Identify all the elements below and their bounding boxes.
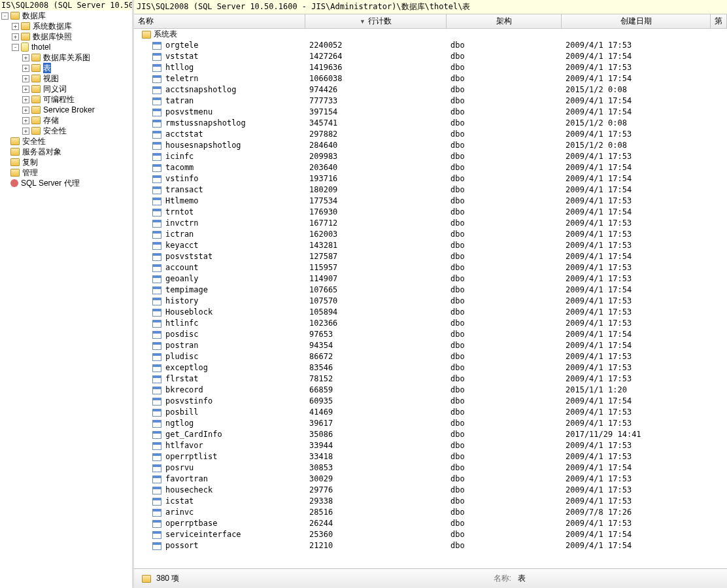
tree-node[interactable]: 服务器对象: [1, 147, 132, 157]
expand-icon[interactable]: +: [12, 33, 19, 41]
row-schema: dbo: [447, 251, 562, 262]
table-row[interactable]: ictran162003dbo2009/4/1 17:53: [134, 229, 727, 240]
table-row[interactable]: flrstat78152dbo2009/4/1 17:53: [134, 373, 727, 385]
tree-node[interactable]: 安全性: [1, 136, 132, 147]
table-row[interactable]: teletrn1066038dbo2009/4/1 17:54: [134, 73, 727, 84]
object-explorer-panel[interactable]: IS\SQL2008 (SQL Server 10.50.1600 - -数据库…: [0, 0, 134, 588]
row-schema: dbo: [447, 273, 562, 285]
table-row[interactable]: acctstat297882dbo2009/4/1 17:53: [134, 129, 727, 140]
table-row[interactable]: Houseblock105894dbo2009/4/1 17:53: [134, 307, 727, 318]
table-row[interactable]: geoanly114907dbo2009/4/1 17:53: [134, 273, 727, 285]
row-schema: dbo: [447, 51, 562, 62]
tree-node[interactable]: +存储: [1, 115, 132, 126]
table-row[interactable]: keyacct143281dbo2009/4/1 17:53: [134, 240, 727, 251]
table-name: flrstat: [165, 373, 199, 385]
expand-icon[interactable]: +: [22, 117, 29, 124]
row-schema: dbo: [447, 373, 562, 385]
table-row[interactable]: tempimage107665dbo2009/4/1 17:54: [134, 285, 727, 296]
table-row[interactable]: posvstinfo60935dbo2009/4/1 17:54: [134, 396, 727, 407]
column-header-created[interactable]: 创建日期: [562, 14, 711, 28]
table-row[interactable]: ngtlog39617dbo2009/4/1 17:53: [134, 418, 727, 429]
row-schema: dbo: [447, 340, 562, 351]
column-header-rowcount[interactable]: ▼行计数: [305, 14, 447, 28]
tree-node[interactable]: +系统数据库: [1, 21, 132, 31]
table-row[interactable]: htllog1419636dbo2009/4/1 17:53: [134, 62, 727, 73]
table-row[interactable]: account115957dbo2009/4/1 17:53: [134, 262, 727, 273]
table-row[interactable]: operrptbase26244dbo2009/4/1 17:53: [134, 518, 727, 529]
table-name: ngtlog: [165, 418, 194, 429]
table-row[interactable]: Htlmemo177534dbo2009/4/1 17:53: [134, 196, 727, 207]
table-row[interactable]: get_CardInfo35086dbo2017/11/29 14:41: [134, 429, 727, 440]
row-schema: dbo: [447, 529, 562, 540]
tree-node[interactable]: +可编程性: [1, 94, 132, 105]
table-row[interactable]: orgtele2240052dbo2009/4/1 17:53: [134, 40, 727, 51]
table-row[interactable]: posvstmenu397154dbo2009/4/1 17:54: [134, 107, 727, 118]
collapse-icon[interactable]: -: [1, 12, 8, 20]
column-header-extra[interactable]: 第: [711, 14, 727, 28]
expand-icon[interactable]: +: [22, 128, 29, 135]
tree-node[interactable]: +同义词: [1, 84, 132, 94]
table-row[interactable]: arinvc28516dbo2009/7/8 17:26: [134, 507, 727, 518]
folder-icon: [31, 85, 41, 93]
table-row[interactable]: exceptlog83546dbo2009/4/1 17:53: [134, 362, 727, 373]
tree-node[interactable]: -thotel: [1, 42, 132, 52]
table-row[interactable]: acctsnapshotlog974426dbo2015/1/2 0:08: [134, 84, 727, 95]
table-row[interactable]: housecheck29776dbo2009/4/1 17:53: [134, 485, 727, 496]
table-row[interactable]: vststat1427264dbo2009/4/1 17:54: [134, 51, 727, 62]
expand-icon[interactable]: +: [22, 107, 29, 114]
expand-icon[interactable]: +: [22, 75, 29, 82]
table-row[interactable]: posrvu30853dbo2009/4/1 17:54: [134, 462, 727, 474]
table-row[interactable]: history107570dbo2009/4/1 17:53: [134, 296, 727, 307]
table-row[interactable]: serviceinterface25360dbo2009/4/1 17:54: [134, 529, 727, 540]
row-count: 30853: [305, 462, 447, 474]
system-tables-group[interactable]: 系统表: [134, 29, 727, 40]
tree-node[interactable]: 复制: [1, 157, 132, 167]
table-row[interactable]: transact180209dbo2009/4/1 17:54: [134, 184, 727, 196]
row-count: 1419636: [305, 62, 447, 73]
column-header-schema[interactable]: 架构: [447, 14, 562, 28]
tree-node[interactable]: +Service Broker: [1, 105, 132, 115]
table-row[interactable]: icinfc209983dbo2009/4/1 17:53: [134, 151, 727, 162]
table-row[interactable]: pludisc86672dbo2009/4/1 17:53: [134, 351, 727, 362]
table-row[interactable]: vstinfo193716dbo2009/4/1 17:54: [134, 173, 727, 184]
tree-node[interactable]: SQL Server 代理: [1, 178, 132, 188]
row-schema: dbo: [447, 540, 562, 551]
tree-node[interactable]: +安全性: [1, 126, 132, 136]
row-date: 2009/4/1 17:53: [562, 351, 711, 362]
table-row[interactable]: favortran30029dbo2009/4/1 17:53: [134, 474, 727, 485]
table-row[interactable]: bkrecord66859dbo2015/1/1 1:20: [134, 385, 727, 396]
detail-list[interactable]: 系统表orgtele2240052dbo2009/4/1 17:53vststa…: [134, 29, 727, 568]
table-row[interactable]: rmstussnapshotlog345741dbo2015/1/2 0:08: [134, 118, 727, 129]
table-row[interactable]: htlfavor33944dbo2009/4/1 17:53: [134, 440, 727, 451]
expand-icon[interactable]: +: [22, 65, 29, 72]
table-row[interactable]: posdisc97653dbo2009/4/1 17:54: [134, 329, 727, 340]
table-row[interactable]: posbill41469dbo2009/4/1 17:53: [134, 407, 727, 418]
tree-node[interactable]: +视图: [1, 73, 132, 84]
expand-icon[interactable]: +: [12, 23, 19, 30]
table-row[interactable]: possort21210dbo2009/4/1 17:54: [134, 540, 727, 551]
expand-icon[interactable]: +: [22, 96, 29, 103]
table-row[interactable]: trntot176930dbo2009/4/1 17:54: [134, 207, 727, 218]
tree-node[interactable]: +数据库关系图: [1, 52, 132, 63]
column-header-name[interactable]: 名称: [134, 14, 305, 28]
tree-node[interactable]: +数据库快照: [1, 31, 132, 42]
tree-node[interactable]: -数据库: [1, 10, 132, 21]
object-explorer-tree[interactable]: -数据库+系统数据库+数据库快照-thotel+数据库关系图+表+视图+同义词+…: [0, 10, 132, 188]
table-row[interactable]: icstat29338dbo2009/4/1 17:53: [134, 496, 727, 507]
table-row[interactable]: posvststat127587dbo2009/4/1 17:54: [134, 251, 727, 262]
table-row[interactable]: htlinfc102366dbo2009/4/1 17:53: [134, 318, 727, 329]
table-row[interactable]: tacomm203640dbo2009/4/1 17:54: [134, 162, 727, 173]
row-date: 2009/4/1 17:54: [562, 462, 711, 474]
folder-icon: [31, 116, 41, 124]
tree-node[interactable]: +表: [1, 63, 132, 73]
table-row[interactable]: tatran777733dbo2009/4/1 17:54: [134, 95, 727, 107]
expand-icon[interactable]: +: [22, 54, 29, 61]
table-row[interactable]: housesnapshotlog284640dbo2015/1/2 0:08: [134, 140, 727, 151]
row-date: 2009/4/1 17:54: [562, 340, 711, 351]
tree-node[interactable]: 管理: [1, 167, 132, 178]
table-row[interactable]: operrptlist33418dbo2009/4/1 17:53: [134, 451, 727, 462]
table-row[interactable]: invctrn167712dbo2009/4/1 17:53: [134, 218, 727, 229]
collapse-icon[interactable]: -: [12, 44, 19, 51]
expand-icon[interactable]: +: [22, 86, 29, 93]
table-row[interactable]: postran94354dbo2009/4/1 17:54: [134, 340, 727, 351]
